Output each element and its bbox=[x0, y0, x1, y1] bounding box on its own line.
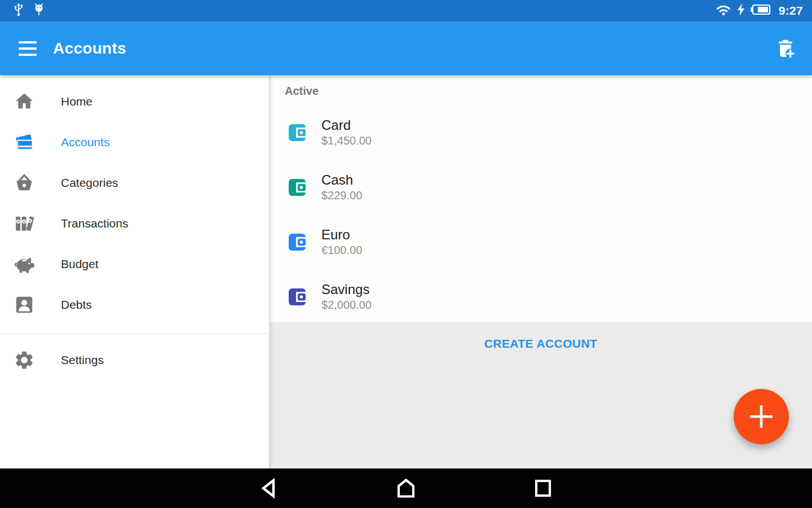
page-title: Accounts bbox=[53, 40, 126, 58]
sidebar-item-label: Budget bbox=[61, 257, 99, 271]
sidebar-item-categories[interactable]: Categories bbox=[0, 163, 269, 203]
wallet-icon bbox=[286, 176, 308, 199]
plus-icon bbox=[748, 403, 775, 430]
account-list: Card $1,450.00 Cash $229.00 bbox=[270, 105, 812, 324]
status-time: 9:27 bbox=[779, 4, 803, 17]
accounts-content: Active Card $1,450.00 bbox=[270, 75, 812, 468]
drawer-divider bbox=[0, 333, 269, 334]
sidebar-item-accounts[interactable]: Accounts bbox=[0, 122, 269, 163]
recents-icon[interactable] bbox=[533, 477, 553, 500]
account-row-card[interactable]: Card $1,450.00 bbox=[270, 105, 812, 160]
android-debug-icon bbox=[33, 3, 45, 19]
active-accounts-panel: Active Card $1,450.00 bbox=[270, 75, 812, 322]
home-icon bbox=[13, 90, 36, 113]
account-balance: $229.00 bbox=[321, 188, 362, 203]
menu-icon[interactable] bbox=[19, 41, 37, 56]
app-bar: Accounts bbox=[0, 21, 812, 75]
account-row-savings[interactable]: Savings $2,000.00 bbox=[270, 269, 812, 324]
android-nav-bar bbox=[0, 468, 812, 508]
sidebar-item-label: Transactions bbox=[61, 217, 128, 230]
piggy-bank-icon bbox=[13, 253, 36, 275]
sidebar-item-transactions[interactable]: Transactions bbox=[0, 203, 269, 244]
account-name: Savings bbox=[321, 281, 372, 297]
sidebar-item-label: Settings bbox=[61, 353, 104, 367]
binders-icon bbox=[13, 212, 36, 235]
sidebar-item-label: Categories bbox=[61, 176, 118, 190]
wallet-icon bbox=[286, 286, 308, 308]
add-account-fab[interactable] bbox=[734, 389, 789, 444]
usb-icon bbox=[12, 3, 25, 19]
wallet-icon bbox=[286, 121, 308, 144]
sidebar-item-budget[interactable]: Budget bbox=[0, 244, 269, 284]
account-balance: €100.00 bbox=[321, 243, 362, 258]
battery-icon bbox=[751, 4, 771, 17]
account-row-cash[interactable]: Cash $229.00 bbox=[270, 160, 812, 214]
sidebar-item-settings[interactable]: Settings bbox=[0, 340, 269, 380]
create-account-button[interactable]: CREATE ACCOUNT bbox=[270, 322, 812, 365]
account-balance: $1,450.00 bbox=[321, 133, 372, 148]
status-bar-left bbox=[12, 3, 45, 19]
status-bar: 9:27 bbox=[0, 0, 812, 21]
basket-icon bbox=[13, 172, 36, 194]
wifi-icon bbox=[716, 3, 731, 19]
wallet-icon bbox=[286, 231, 308, 253]
sidebar-item-home[interactable]: Home bbox=[0, 81, 269, 122]
status-bar-right: 9:27 bbox=[716, 3, 803, 19]
account-balance: $2,000.00 bbox=[321, 297, 372, 313]
account-name: Euro bbox=[321, 226, 362, 243]
sidebar-item-label: Debts bbox=[61, 298, 92, 312]
home-nav-icon[interactable] bbox=[395, 477, 417, 500]
section-header: Active bbox=[270, 75, 812, 98]
person-icon bbox=[13, 294, 36, 316]
account-name: Card bbox=[321, 117, 372, 133]
sidebar-item-label: Home bbox=[61, 95, 92, 108]
sidebar-item-label: Accounts bbox=[61, 135, 109, 149]
trash-add-icon[interactable] bbox=[773, 36, 798, 62]
account-name: Cash bbox=[321, 172, 362, 188]
back-icon[interactable] bbox=[259, 477, 277, 500]
sidebar-item-debts[interactable]: Debts bbox=[0, 284, 269, 325]
gear-icon bbox=[13, 349, 36, 371]
navigation-drawer: Home Accounts Categories bbox=[0, 75, 270, 468]
account-row-euro[interactable]: Euro €100.00 bbox=[270, 214, 812, 269]
cards-icon bbox=[13, 131, 36, 154]
app-screen: 9:27 Accounts bbox=[0, 0, 812, 508]
charging-bolt-icon bbox=[737, 3, 745, 18]
